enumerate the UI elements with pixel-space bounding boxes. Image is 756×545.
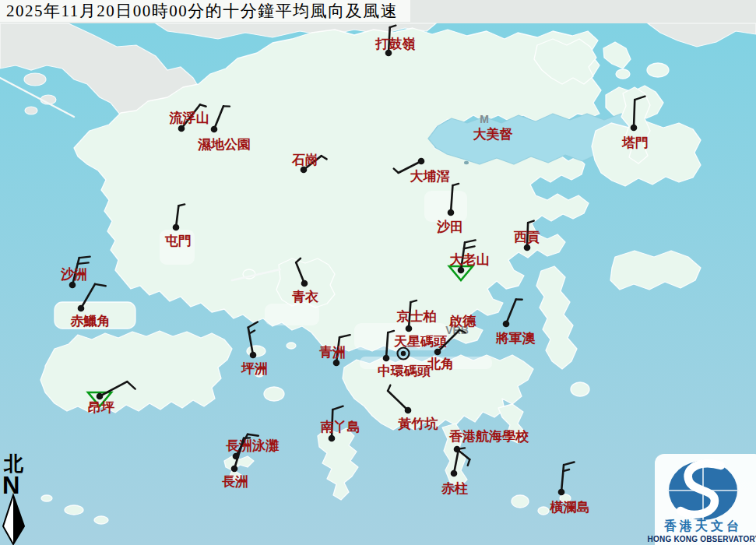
grass-island bbox=[647, 63, 669, 77]
centre-island bbox=[464, 161, 469, 164]
station-label: 坪洲 bbox=[241, 361, 268, 376]
station-label: 沙田 bbox=[436, 220, 463, 234]
compass-north-en: N bbox=[2, 472, 19, 499]
station-label: 南丫島 bbox=[321, 420, 360, 434]
station-status-label: M bbox=[480, 113, 489, 125]
station-dot bbox=[434, 349, 441, 356]
station-label: 長洲泳灘 bbox=[226, 438, 280, 453]
wind-barb-tick bbox=[79, 257, 90, 258]
station-dot bbox=[333, 360, 340, 367]
station-dot bbox=[97, 393, 104, 400]
wind-barb-tick bbox=[78, 262, 89, 263]
kau-yi-chau bbox=[287, 343, 296, 349]
station-dot bbox=[524, 244, 531, 251]
station-dot bbox=[406, 325, 413, 332]
station-dot bbox=[250, 352, 257, 359]
wind-map: 打鼓嶺流浮山濕地公園石崗M大美督大埔滘沙田塔門西貢屯門沙洲赤鱲角大老山京士柏VR… bbox=[0, 0, 756, 545]
station-dot bbox=[231, 466, 238, 473]
station-label: 黃竹坑 bbox=[398, 416, 438, 431]
station-label: 屯門 bbox=[164, 234, 192, 248]
station-label: 大老山 bbox=[450, 252, 490, 267]
tung-lung-chau bbox=[571, 382, 589, 396]
station-dot bbox=[631, 125, 638, 132]
station-label: 香港航海學校 bbox=[448, 429, 529, 444]
station-label: 天星碼頭 bbox=[393, 334, 447, 349]
station-label: 長洲 bbox=[222, 474, 248, 489]
soko-island-1 bbox=[65, 505, 83, 515]
station-dot bbox=[405, 407, 412, 414]
station-dot bbox=[69, 282, 76, 289]
logo-name-zh: 香港天文台 bbox=[663, 519, 742, 533]
station-label: 青洲 bbox=[319, 345, 346, 360]
station-label: 沙洲 bbox=[60, 267, 87, 282]
station-dot bbox=[451, 470, 458, 477]
soko-island-2 bbox=[94, 516, 108, 524]
station-label: 濕地公園 bbox=[197, 137, 251, 152]
station-dot bbox=[173, 224, 180, 231]
compass-north-zh: 北 bbox=[3, 453, 24, 474]
station-label: 昂坪 bbox=[88, 400, 114, 415]
high-island bbox=[610, 251, 701, 290]
station-label: 大美督 bbox=[473, 126, 513, 142]
station-label: 赤柱 bbox=[441, 481, 468, 496]
station-label: 塔門 bbox=[621, 135, 649, 150]
station-label: 橫瀾島 bbox=[550, 500, 590, 515]
station-dot bbox=[301, 280, 308, 287]
station-dot bbox=[418, 158, 425, 165]
station-label: 西貢 bbox=[513, 230, 540, 244]
hei-ling-chau bbox=[264, 387, 284, 401]
hko-logo: 香港天文台 HONG KONG OBSERVATORY bbox=[648, 454, 756, 545]
small-island-ne bbox=[616, 69, 630, 79]
station-label: 中環碼頭 bbox=[378, 364, 431, 378]
soko-island-3 bbox=[41, 495, 52, 501]
beaufort-island bbox=[538, 507, 549, 515]
station-label: 打鼓嶺 bbox=[375, 37, 416, 51]
lantau-island bbox=[40, 331, 232, 413]
wind-barb-tick bbox=[459, 448, 465, 448]
map-title: 2025年11月20日00時00分的十分鐘平均風向及風速 bbox=[0, 0, 410, 22]
station-label: 青衣 bbox=[292, 290, 319, 304]
map-canvas: 打鼓嶺流浮山濕地公園石崗M大美督大埔滘沙田塔門西貢屯門沙洲赤鱲角大老山京士柏VR… bbox=[0, 0, 756, 545]
station-label: 啟德 bbox=[448, 314, 476, 329]
station-dot bbox=[211, 126, 218, 133]
station-label: 將軍澳 bbox=[495, 331, 536, 346]
po-toi-island bbox=[512, 495, 529, 508]
station-dot bbox=[329, 435, 336, 442]
station-dot bbox=[503, 321, 510, 328]
station-label: 北角 bbox=[427, 357, 454, 371]
station-label: 京士柏 bbox=[396, 309, 437, 324]
station-label: 赤鱲角 bbox=[70, 314, 111, 329]
station-label: 石崗 bbox=[291, 153, 318, 167]
station-dot bbox=[178, 125, 185, 132]
calm-dot-icon bbox=[401, 351, 406, 356]
wind-barb-shaft bbox=[634, 100, 635, 128]
station-label: 大埔滘 bbox=[410, 169, 450, 184]
station-dot bbox=[458, 267, 465, 274]
logo-name-en: HONG KONG OBSERVATORY bbox=[648, 535, 756, 543]
station-label: 流浮山 bbox=[169, 111, 209, 125]
station-dot bbox=[78, 305, 85, 312]
station-dot bbox=[383, 355, 390, 362]
station-dot bbox=[448, 209, 455, 216]
station-dot bbox=[558, 489, 565, 496]
